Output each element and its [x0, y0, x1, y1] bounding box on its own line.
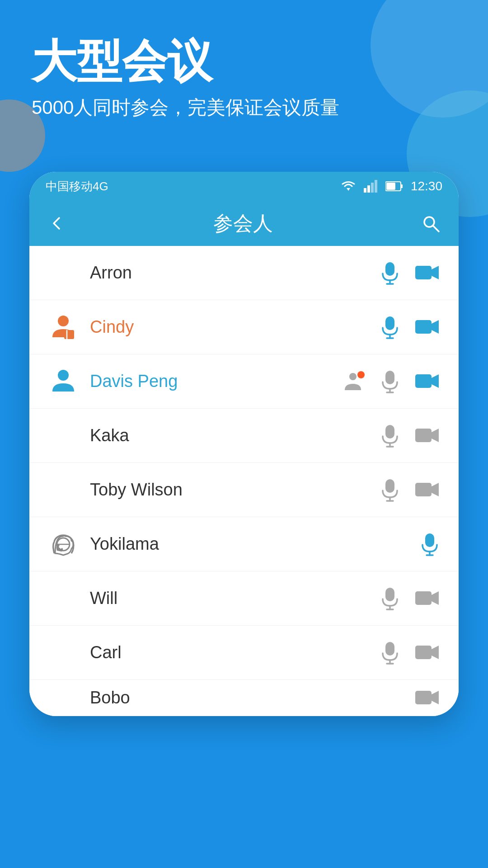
participant-icons [344, 370, 441, 393]
participant-name: Will [90, 589, 379, 608]
svg-point-24 [349, 373, 357, 380]
notify-icon [344, 370, 366, 393]
search-button[interactable] [421, 213, 441, 233]
svg-marker-50 [432, 591, 439, 605]
camera-icon[interactable] [413, 588, 441, 609]
mic-icon[interactable] [419, 533, 441, 555]
participant-name: Arron [90, 263, 379, 283]
participant-icons [379, 642, 441, 664]
battery-icon [385, 181, 404, 192]
svg-rect-39 [415, 483, 432, 496]
participant-name: Cindy [90, 317, 379, 337]
table-row: Toby Wilson [29, 463, 459, 517]
camera-icon[interactable] [413, 425, 441, 447]
avatar [47, 311, 79, 343]
participant-icons [419, 533, 441, 555]
svg-marker-40 [432, 483, 439, 496]
avatar [47, 257, 79, 289]
svg-rect-34 [415, 429, 432, 442]
avatar [47, 528, 79, 560]
svg-marker-55 [432, 646, 439, 659]
svg-point-15 [58, 316, 69, 326]
avatar [47, 682, 79, 714]
svg-marker-30 [432, 374, 439, 388]
participants-list: Arron [29, 246, 459, 716]
avatar [47, 583, 79, 614]
camera-icon[interactable] [413, 687, 441, 709]
svg-rect-46 [385, 588, 394, 601]
table-row: Will [29, 571, 459, 626]
page-title: 参会人 [213, 210, 273, 237]
participant-icons [379, 479, 441, 501]
participant-icons [413, 687, 441, 709]
avatar [47, 420, 79, 452]
mic-icon[interactable] [379, 642, 401, 664]
mic-icon[interactable] [379, 262, 401, 284]
svg-rect-6 [401, 184, 403, 188]
mic-icon[interactable] [379, 425, 401, 447]
svg-marker-22 [432, 320, 439, 334]
participant-name: Toby Wilson [90, 480, 379, 500]
svg-rect-49 [415, 591, 432, 605]
mic-icon[interactable] [379, 371, 401, 392]
wifi-icon [340, 180, 357, 193]
svg-rect-1 [364, 188, 366, 193]
camera-icon[interactable] [413, 262, 441, 284]
svg-rect-29 [415, 374, 432, 388]
table-row: Arron [29, 246, 459, 300]
svg-point-25 [357, 371, 365, 378]
mic-icon[interactable] [379, 479, 401, 501]
page-main-title: 大型会议 [32, 36, 339, 86]
back-button[interactable] [47, 214, 66, 232]
table-row: Davis Peng [29, 354, 459, 409]
participant-icons [379, 425, 441, 447]
carrier-text: 中国移动4G [46, 179, 108, 194]
svg-rect-51 [385, 642, 394, 656]
participant-name: Kaka [90, 426, 379, 445]
mic-icon[interactable] [379, 588, 401, 609]
svg-rect-26 [385, 371, 394, 384]
svg-rect-10 [385, 262, 394, 276]
svg-point-23 [58, 370, 69, 381]
camera-icon[interactable] [413, 479, 441, 501]
svg-line-9 [433, 226, 439, 231]
participant-name: Bobo [90, 688, 413, 708]
signal-icon [364, 180, 378, 193]
table-row: Yokilama [29, 517, 459, 571]
svg-rect-13 [415, 266, 432, 279]
participant-name: Yokilama [90, 534, 419, 554]
svg-marker-35 [432, 429, 439, 442]
svg-rect-18 [385, 316, 394, 330]
participant-icons [379, 262, 441, 284]
camera-icon[interactable] [413, 371, 441, 392]
status-bar: 中国移动4G 12:30 [29, 172, 459, 201]
svg-rect-54 [415, 646, 432, 659]
svg-rect-56 [415, 691, 432, 704]
participant-icons [379, 316, 441, 338]
participant-name: Davis Peng [90, 372, 344, 391]
table-row: Bobo [29, 680, 459, 716]
camera-icon[interactable] [413, 642, 441, 664]
table-row: Carl [29, 626, 459, 680]
svg-marker-14 [432, 266, 439, 279]
avatar [47, 366, 79, 397]
status-time: 12:30 [411, 179, 442, 193]
participant-name: Carl [90, 643, 379, 662]
status-right-icons: 12:30 [340, 179, 442, 193]
table-row: Kaka [29, 409, 459, 463]
svg-rect-2 [367, 185, 370, 193]
title-bar: 参会人 [29, 201, 459, 246]
mic-icon[interactable] [379, 316, 401, 338]
svg-rect-31 [385, 425, 394, 439]
avatar [47, 637, 79, 669]
svg-rect-21 [415, 320, 432, 334]
svg-rect-36 [385, 479, 394, 493]
participant-icons [379, 588, 441, 609]
page-main-subtitle: 5000人同时参会，完美保证会议质量 [32, 95, 339, 120]
avatar [47, 474, 79, 506]
svg-rect-16 [64, 330, 74, 339]
svg-rect-3 [371, 183, 374, 193]
svg-rect-7 [386, 183, 395, 190]
svg-rect-4 [375, 180, 377, 193]
camera-icon[interactable] [413, 316, 441, 338]
